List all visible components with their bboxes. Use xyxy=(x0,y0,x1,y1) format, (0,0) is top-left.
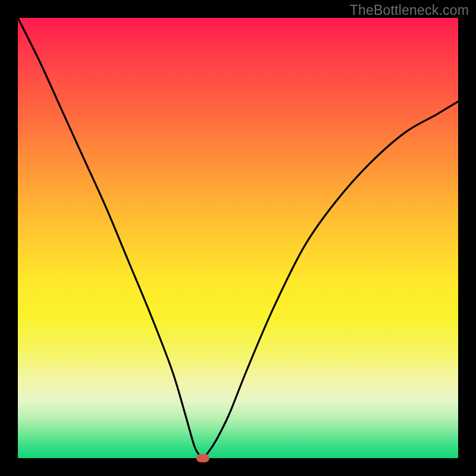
bottleneck-curve xyxy=(18,18,458,458)
chart-frame: TheBottleneck.com xyxy=(0,0,476,476)
plot-area xyxy=(18,18,458,458)
minimum-marker xyxy=(196,454,209,462)
watermark-text: TheBottleneck.com xyxy=(350,2,469,18)
